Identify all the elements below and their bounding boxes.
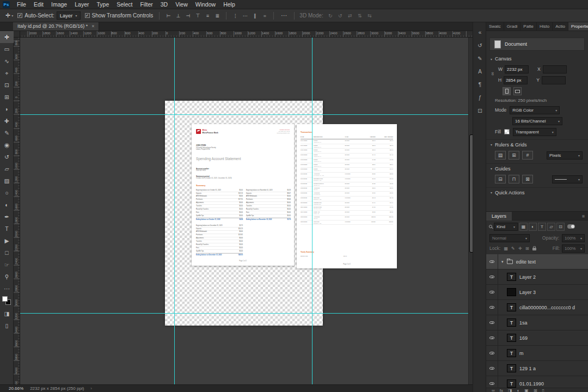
horizontal-ruler[interactable]: 2000180016001400120010008006004002000200… bbox=[20, 31, 473, 38]
fill-dropdown[interactable]: 100% ▾ bbox=[562, 244, 585, 253]
menu-edit[interactable]: Edit bbox=[30, 0, 47, 9]
adjustment-layer-icon[interactable]: ◐ bbox=[517, 389, 520, 391]
portrait-orientation-button[interactable] bbox=[503, 87, 511, 95]
adjustment-layer-filter-icon[interactable]: ◐ bbox=[529, 223, 537, 231]
grid-toggle-icon[interactable]: ⊞ bbox=[509, 151, 519, 160]
menu-select[interactable]: Select bbox=[113, 0, 136, 9]
current-tool-indicator[interactable]: ✛ ▾ bbox=[5, 12, 13, 19]
edit-toolbar-button[interactable]: ⋯ bbox=[0, 283, 14, 295]
canvas-section-header[interactable]: ▾ Canvas bbox=[486, 54, 588, 64]
more-align-options-button[interactable]: ⋯ bbox=[281, 12, 287, 19]
dodge-tool[interactable]: ◐ bbox=[0, 199, 14, 211]
vertical-guide[interactable] bbox=[174, 38, 175, 384]
vertical-scrollbar[interactable] bbox=[468, 38, 473, 384]
visibility-toggle[interactable] bbox=[486, 285, 498, 299]
lasso-tool[interactable]: ∿ bbox=[0, 55, 14, 67]
link-layers-icon[interactable]: ∞ bbox=[492, 389, 495, 391]
visibility-toggle[interactable] bbox=[486, 315, 498, 330]
menu-view[interactable]: View bbox=[171, 0, 192, 9]
horizontal-guide[interactable] bbox=[20, 313, 468, 314]
chevron-down-icon[interactable]: ▾ bbox=[501, 260, 504, 264]
delete-layer-icon[interactable]: ▯ bbox=[542, 389, 544, 391]
new-group-icon[interactable]: ▣ bbox=[524, 389, 529, 391]
canvas-fill-dropdown[interactable]: Transparent ▾ bbox=[513, 128, 556, 136]
align-center-v-icon[interactable]: ≡ bbox=[204, 13, 211, 19]
distribute-horizontal-icon[interactable]: ⋯ bbox=[241, 13, 249, 19]
horizontal-guide[interactable] bbox=[20, 114, 468, 115]
vertical-ruler[interactable]: 1000800600400200020040060080010001200140… bbox=[14, 38, 20, 384]
clear-guides-icon[interactable]: ⊠ bbox=[522, 175, 533, 183]
tab-patterns[interactable]: Patte bbox=[520, 22, 537, 30]
glyphs-panel-icon[interactable]: ƒ bbox=[473, 91, 487, 104]
visibility-toggle[interactable] bbox=[486, 330, 498, 345]
3d-roll-icon[interactable]: ↺ bbox=[336, 13, 344, 19]
foreground-color-swatch[interactable] bbox=[2, 296, 8, 302]
x-field[interactable] bbox=[543, 65, 567, 74]
layer-row[interactable]: T01.01.1990 bbox=[486, 376, 588, 388]
shape-layer-filter-icon[interactable]: ▱ bbox=[547, 223, 555, 231]
menu-window[interactable]: Window bbox=[192, 0, 219, 9]
lock-artboard-icon[interactable]: ⊞ bbox=[524, 246, 530, 251]
quick-mask-button[interactable]: ◨ bbox=[0, 308, 14, 320]
guides-section-header[interactable]: ▾ Guides bbox=[486, 163, 588, 173]
link-dimensions-icon[interactable]: ∞ bbox=[490, 72, 495, 75]
menu-file[interactable]: File bbox=[13, 0, 30, 9]
blend-mode-dropdown[interactable]: Normal ▾ bbox=[489, 234, 530, 242]
layer-row[interactable]: Tm bbox=[486, 346, 588, 361]
auto-select-checkbox[interactable]: ✓ bbox=[17, 13, 22, 18]
3d-slide-icon[interactable]: ⇅ bbox=[356, 13, 364, 19]
units-dropdown[interactable]: Pixels ▾ bbox=[547, 151, 583, 160]
3d-pan-icon[interactable]: ⇄ bbox=[346, 13, 354, 19]
lock-position-icon[interactable]: ✛ bbox=[517, 246, 523, 251]
rulers-grids-section-header[interactable]: ▾ Rulers & Grids bbox=[486, 139, 588, 149]
layer-row[interactable]: Layer 3 bbox=[486, 285, 588, 300]
3d-rotate-icon[interactable]: ↻ bbox=[327, 13, 334, 19]
document-tab[interactable]: Italy id.psd @ 20.7% (RGB/16) * × bbox=[13, 22, 99, 30]
pen-tool[interactable]: ✒ bbox=[0, 211, 14, 223]
lock-transparency-icon[interactable]: ▦ bbox=[503, 246, 509, 251]
menu-filter[interactable]: Filter bbox=[136, 0, 156, 9]
menu-3d[interactable]: 3D bbox=[157, 0, 171, 9]
layer-row[interactable]: T169 bbox=[486, 330, 588, 346]
visibility-toggle[interactable] bbox=[486, 361, 498, 376]
color-swatches[interactable] bbox=[0, 295, 14, 308]
distribute-vertical-icon[interactable]: ⋮ bbox=[231, 13, 239, 19]
add-guide-icon[interactable]: ⊟ bbox=[495, 175, 506, 183]
smart-object-filter-icon[interactable]: ⊡ bbox=[556, 223, 565, 231]
properties-target-row[interactable]: Document bbox=[489, 38, 585, 51]
type-layer-filter-icon[interactable]: T bbox=[538, 223, 546, 231]
brush-settings-panel-icon[interactable]: ✎ bbox=[473, 52, 487, 65]
crop-tool[interactable]: ⊡ bbox=[0, 79, 14, 91]
opacity-dropdown[interactable]: 100% ▾ bbox=[562, 234, 585, 242]
layer-row[interactable]: Tcilla0000000...ccccccc0 d bbox=[486, 300, 588, 315]
landscape-orientation-button[interactable] bbox=[513, 87, 522, 95]
tab-history[interactable]: Histo bbox=[537, 22, 553, 30]
pixel-layer-filter-icon[interactable]: ▦ bbox=[519, 223, 528, 231]
width-field[interactable]: 2232 px bbox=[505, 65, 529, 74]
type-tool[interactable]: T bbox=[0, 223, 14, 235]
status-options-arrow[interactable]: › bbox=[90, 386, 92, 391]
align-left-icon[interactable]: ⊢ bbox=[164, 13, 172, 19]
menu-layer[interactable]: Layer bbox=[71, 0, 93, 9]
align-bottom-icon[interactable]: ≣ bbox=[213, 13, 221, 19]
height-field[interactable]: 2854 px bbox=[504, 76, 528, 84]
color-mode-dropdown[interactable]: RGB Color ▾ bbox=[510, 106, 560, 114]
character-panel-icon[interactable]: A bbox=[473, 65, 487, 78]
move-tool[interactable]: ✛ bbox=[0, 31, 14, 43]
tab-actions[interactable]: Actio bbox=[553, 22, 568, 30]
layer-row[interactable]: TLayer 2 bbox=[486, 270, 588, 285]
tab-properties[interactable]: Properties bbox=[568, 22, 588, 30]
eyedropper-tool[interactable]: ◗ bbox=[0, 103, 14, 115]
lock-pixels-icon[interactable]: ✎ bbox=[510, 246, 516, 251]
zoom-tool[interactable]: ⚲ bbox=[0, 271, 14, 283]
tab-layers[interactable]: Layers bbox=[486, 212, 512, 220]
path-selection-tool[interactable]: ▶ bbox=[0, 235, 14, 247]
hand-tool[interactable]: ☞ bbox=[0, 259, 14, 271]
close-tab-icon[interactable]: × bbox=[91, 23, 94, 29]
align-right-icon[interactable]: ⊣ bbox=[184, 13, 192, 19]
snap-toggle-icon[interactable]: # bbox=[522, 151, 533, 160]
guide-style-dropdown[interactable]: ▾ bbox=[552, 175, 583, 183]
object-selection-tool[interactable]: ⌖ bbox=[0, 67, 14, 79]
menu-type[interactable]: Type bbox=[93, 0, 113, 9]
zoom-level[interactable]: 20.66% bbox=[9, 386, 23, 391]
